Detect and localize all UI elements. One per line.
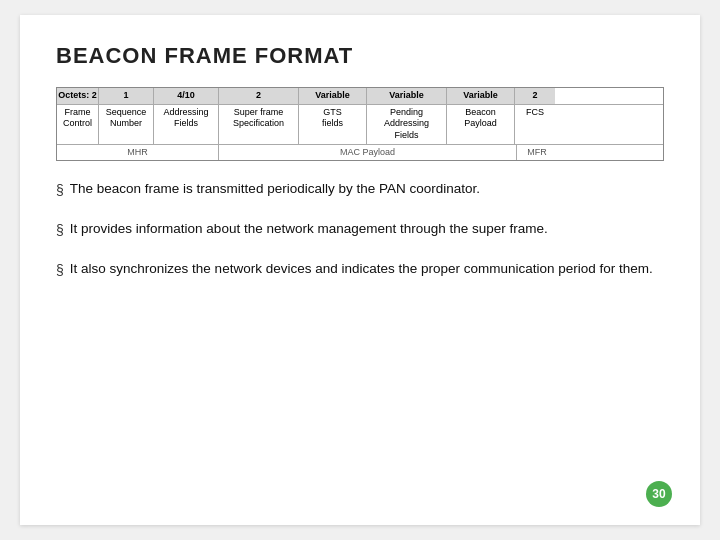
- bullets-section: § The beacon frame is transmitted period…: [56, 179, 664, 281]
- bullet-1: § The beacon frame is transmitted period…: [56, 179, 664, 201]
- slide: BEACON FRAME FORMAT Octets: 2 1 4/10 2 V…: [20, 15, 700, 525]
- bullet-2: § It provides information about the netw…: [56, 219, 664, 241]
- page-number-badge: 30: [646, 481, 672, 507]
- mhr-label: MHR: [57, 145, 219, 161]
- mfr-label: MFR: [517, 145, 557, 161]
- bullet-icon-1: §: [56, 180, 64, 201]
- col5-octets: Variable: [367, 88, 447, 104]
- octets-label: Octets: 2: [57, 88, 99, 104]
- field-bp: BeaconPayload: [447, 105, 515, 144]
- bullet-text-3: It also synchronizes the network devices…: [70, 259, 653, 279]
- bullet-icon-3: §: [56, 260, 64, 281]
- field-fcs: FCS: [515, 105, 555, 144]
- fields-row: FrameControl SequenceNumber AddressingFi…: [57, 105, 663, 145]
- mac-payload-label: MAC Payload: [219, 145, 517, 161]
- octets-row: Octets: 2 1 4/10 2 Variable Variable Var…: [57, 88, 663, 105]
- bullet-icon-2: §: [56, 220, 64, 241]
- field-af: AddressingFields: [154, 105, 219, 144]
- field-sn: SequenceNumber: [99, 105, 154, 144]
- col2-octets: 4/10: [154, 88, 219, 104]
- page-title: BEACON FRAME FORMAT: [56, 43, 664, 69]
- col6-octets: Variable: [447, 88, 515, 104]
- field-sf: Super frameSpecification: [219, 105, 299, 144]
- field-fc: FrameControl: [57, 105, 99, 144]
- field-pa: PendingAddressingFields: [367, 105, 447, 144]
- bullet-text-1: The beacon frame is transmitted periodic…: [70, 179, 480, 199]
- col1-octets: 1: [99, 88, 154, 104]
- col7-octets: 2: [515, 88, 555, 104]
- bullet-3: § It also synchronizes the network devic…: [56, 259, 664, 281]
- section-row: MHR MAC Payload MFR: [57, 145, 663, 161]
- bullet-text-2: It provides information about the networ…: [70, 219, 548, 239]
- col4-octets: Variable: [299, 88, 367, 104]
- field-gts: GTSfields: [299, 105, 367, 144]
- col3-octets: 2: [219, 88, 299, 104]
- frame-diagram: Octets: 2 1 4/10 2 Variable Variable Var…: [56, 87, 664, 161]
